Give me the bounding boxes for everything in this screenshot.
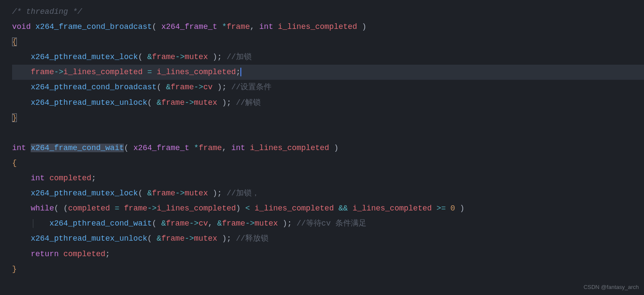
keyword-int: int (231, 144, 245, 152)
op-arrow: -> (175, 53, 185, 61)
op-arrow: -> (54, 68, 63, 76)
op-ge: >= (436, 204, 446, 213)
code-line: x264_pthread_mutex_lock( &frame->mutex )… (12, 53, 252, 61)
comment: //设置条件 (231, 83, 272, 91)
function-name: x264_frame_cond_wait (31, 144, 124, 152)
member: mutex (255, 219, 278, 228)
watermark: CSDN @fantasy_arch (584, 282, 639, 292)
comment: //等待cv 条件满足 (297, 219, 366, 228)
var: completed (63, 250, 105, 258)
code-line: { (12, 159, 17, 167)
brace-close: } (12, 265, 17, 273)
comment: //加锁， (227, 189, 259, 198)
type: x264_frame_t (133, 144, 189, 152)
code-line: while( (completed = frame->i_lines_compl… (12, 204, 464, 213)
code-line: void x264_frame_cond_broadcast( x264_fra… (12, 22, 366, 31)
var: frame (222, 219, 245, 228)
call: x264_pthread_cond_broadcast (31, 83, 157, 91)
type: x264_frame_t (161, 22, 218, 31)
op-arrow: -> (189, 219, 199, 228)
code-line: x264_pthread_mutex_lock( &frame->mutex )… (12, 189, 259, 198)
code-line: x264_pthread_mutex_unlock( &frame->mutex… (12, 234, 268, 243)
keyword-while: while (31, 204, 54, 213)
function-name: x264_frame_cond_broadcast (35, 22, 152, 31)
selection-highlight: x264_frame_cond_wait (31, 144, 124, 152)
op-arrow: -> (245, 219, 255, 228)
param: i_lines_completed (250, 144, 329, 152)
keyword-int: int (31, 174, 44, 182)
call: x264_pthread_mutex_lock (31, 189, 138, 198)
var: i_lines_completed (353, 204, 432, 213)
code-line-active: frame->i_lines_completed = i_lines_compl… (12, 65, 644, 80)
code-line: │ x264_pthread_cond_wait( &frame->cv, &f… (12, 219, 366, 228)
var: frame (31, 68, 54, 76)
var: i_lines_completed (255, 204, 334, 213)
op-eq: = (115, 204, 120, 213)
op-amp: & (147, 53, 152, 61)
comment: //加锁 (227, 53, 252, 61)
param: frame (199, 144, 222, 152)
member: mutex (194, 98, 217, 107)
member: mutex (185, 189, 208, 198)
op-arrow: -> (175, 189, 185, 198)
code-line: return completed; (12, 250, 110, 258)
code-line: } (12, 113, 17, 122)
var: frame (166, 219, 189, 228)
op-arrow: -> (147, 204, 157, 213)
member: cv (199, 219, 208, 228)
code-line: } (12, 265, 17, 273)
op-arrow: -> (185, 234, 194, 243)
var: frame (124, 204, 147, 213)
var: frame (161, 234, 185, 243)
param: frame (227, 22, 250, 31)
keyword-int: int (259, 22, 273, 31)
member: cv (203, 83, 213, 91)
comment: //释放锁 (236, 234, 269, 243)
call: x264_pthread_mutex_lock (31, 53, 138, 61)
op-star: * (222, 22, 227, 31)
var: i_lines_completed (157, 68, 236, 76)
keyword-return: return (31, 250, 59, 258)
code-line: int x264_frame_cond_wait( x264_frame_t *… (12, 144, 338, 152)
code-line: { (12, 38, 17, 46)
code-line: x264_pthread_cond_broadcast( &frame->cv … (12, 83, 271, 91)
code-line: int completed; (12, 174, 96, 182)
var: completed (49, 174, 91, 182)
var: frame (152, 189, 175, 198)
var: frame (152, 53, 175, 61)
op-arrow: -> (194, 83, 203, 91)
var: frame (170, 83, 194, 91)
text-cursor (240, 68, 241, 76)
member: mutex (185, 53, 208, 61)
op-amp: & (161, 219, 166, 228)
member: i_lines_completed (157, 204, 236, 213)
var: completed (68, 204, 110, 213)
code-line: x264_pthread_mutex_unlock( &frame->mutex… (12, 98, 261, 107)
op-amp: & (157, 234, 161, 243)
brace-open: { (12, 38, 17, 46)
brace-open: { (12, 159, 17, 167)
op-eq: = (147, 68, 152, 76)
number: 0 (451, 204, 455, 213)
call: x264_pthread_mutex_unlock (31, 98, 147, 107)
call: x264_pthread_mutex_unlock (31, 234, 147, 243)
op-amp: & (217, 219, 222, 228)
comment: //解锁 (236, 98, 261, 107)
op-star: * (194, 144, 199, 152)
op-amp: & (157, 98, 161, 107)
op-lt: < (245, 204, 250, 213)
brace-close: } (12, 113, 17, 122)
op-amp: & (147, 189, 152, 198)
code-line: /* threading */ (12, 7, 82, 16)
keyword-void: void (12, 22, 31, 31)
code-editor[interactable]: /* threading */ void x264_frame_cond_bro… (0, 0, 644, 277)
member: mutex (194, 234, 217, 243)
comment: /* threading */ (12, 7, 82, 16)
op-amp: & (166, 83, 170, 91)
call: x264_pthread_cond_wait (49, 219, 152, 228)
param: i_lines_completed (278, 22, 357, 31)
member: i_lines_completed (63, 68, 143, 76)
op-arrow: -> (185, 98, 194, 107)
keyword-int: int (12, 144, 26, 152)
var: frame (161, 98, 185, 107)
